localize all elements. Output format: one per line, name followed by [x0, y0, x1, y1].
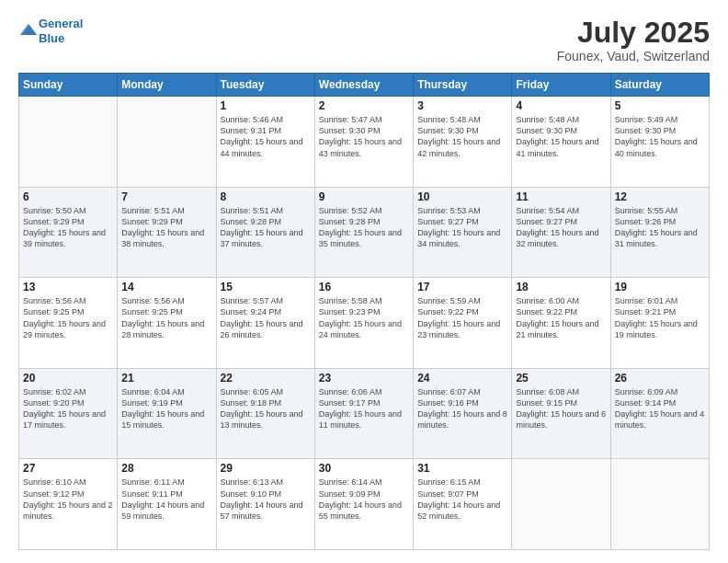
day-number: 22 — [221, 372, 311, 385]
day-info: Sunrise: 5:51 AM Sunset: 9:28 PM Dayligh… — [221, 205, 311, 250]
day-info: Sunrise: 6:06 AM Sunset: 9:17 PM Dayligh… — [319, 386, 409, 431]
day-info: Sunrise: 5:48 AM Sunset: 9:30 PM Dayligh… — [417, 114, 507, 159]
day-number: 4 — [516, 99, 606, 112]
day-number: 20 — [23, 372, 113, 385]
main-title: July 2025 — [557, 17, 710, 49]
day-info: Sunrise: 5:55 AM Sunset: 9:26 PM Dayligh… — [615, 205, 705, 250]
col-thursday: Thursday — [414, 74, 512, 97]
table-row: 6Sunrise: 5:50 AM Sunset: 9:29 PM Daylig… — [19, 187, 118, 278]
subtitle: Founex, Vaud, Switzerland — [557, 49, 710, 63]
table-row: 19Sunrise: 6:01 AM Sunset: 9:21 PM Dayli… — [610, 278, 709, 369]
table-row — [512, 459, 610, 550]
table-row: 26Sunrise: 6:09 AM Sunset: 9:14 PM Dayli… — [610, 368, 709, 459]
day-number: 2 — [319, 99, 409, 112]
logo-icon — [20, 21, 37, 38]
day-info: Sunrise: 5:47 AM Sunset: 9:30 PM Dayligh… — [319, 114, 409, 159]
day-info: Sunrise: 6:00 AM Sunset: 9:22 PM Dayligh… — [516, 295, 606, 340]
header: General Blue July 2025 Founex, Vaud, Swi… — [18, 17, 710, 63]
table-row: 20Sunrise: 6:02 AM Sunset: 9:20 PM Dayli… — [19, 368, 118, 459]
table-row: 13Sunrise: 5:56 AM Sunset: 9:25 PM Dayli… — [19, 278, 118, 369]
col-tuesday: Tuesday — [216, 74, 314, 97]
day-number: 10 — [417, 190, 507, 203]
table-row: 11Sunrise: 5:54 AM Sunset: 9:27 PM Dayli… — [512, 187, 610, 278]
logo-line2: Blue — [39, 31, 64, 45]
calendar-week-row: 27Sunrise: 6:10 AM Sunset: 9:12 PM Dayli… — [19, 459, 710, 550]
logo: General Blue — [18, 17, 83, 45]
day-number: 15 — [221, 281, 311, 293]
calendar-header-row: Sunday Monday Tuesday Wednesday Thursday… — [19, 74, 710, 97]
day-info: Sunrise: 5:50 AM Sunset: 9:29 PM Dayligh… — [23, 205, 113, 250]
table-row: 25Sunrise: 6:08 AM Sunset: 9:15 PM Dayli… — [512, 368, 610, 459]
day-number: 21 — [121, 372, 211, 385]
day-number: 13 — [23, 281, 113, 293]
day-info: Sunrise: 5:51 AM Sunset: 9:29 PM Dayligh… — [121, 205, 211, 250]
day-number: 5 — [615, 99, 705, 112]
day-number: 24 — [417, 372, 507, 385]
day-info: Sunrise: 6:02 AM Sunset: 9:20 PM Dayligh… — [23, 386, 113, 431]
table-row: 17Sunrise: 5:59 AM Sunset: 9:22 PM Dayli… — [414, 278, 512, 369]
col-wednesday: Wednesday — [314, 74, 413, 97]
table-row: 24Sunrise: 6:07 AM Sunset: 9:16 PM Dayli… — [414, 368, 512, 459]
logo-text: General Blue — [39, 17, 83, 45]
table-row: 3Sunrise: 5:48 AM Sunset: 9:30 PM Daylig… — [414, 97, 512, 188]
table-row: 5Sunrise: 5:49 AM Sunset: 9:30 PM Daylig… — [610, 97, 709, 188]
day-number: 8 — [221, 190, 311, 203]
col-sunday: Sunday — [19, 74, 118, 97]
day-number: 14 — [121, 281, 211, 293]
calendar-table: Sunday Monday Tuesday Wednesday Thursday… — [18, 73, 710, 550]
table-row: 21Sunrise: 6:04 AM Sunset: 9:19 PM Dayli… — [118, 368, 216, 459]
table-row: 7Sunrise: 5:51 AM Sunset: 9:29 PM Daylig… — [118, 187, 216, 278]
table-row: 16Sunrise: 5:58 AM Sunset: 9:23 PM Dayli… — [314, 278, 413, 369]
day-number: 7 — [121, 190, 211, 203]
day-number: 3 — [417, 99, 507, 112]
day-number: 25 — [516, 372, 606, 385]
day-number: 1 — [221, 99, 311, 112]
day-number: 9 — [319, 190, 409, 203]
col-friday: Friday — [512, 74, 610, 97]
calendar-week-row: 1Sunrise: 5:46 AM Sunset: 9:31 PM Daylig… — [19, 97, 710, 188]
day-info: Sunrise: 6:11 AM Sunset: 9:11 PM Dayligh… — [121, 477, 211, 522]
day-info: Sunrise: 5:48 AM Sunset: 9:30 PM Dayligh… — [516, 114, 606, 159]
table-row: 30Sunrise: 6:14 AM Sunset: 9:09 PM Dayli… — [314, 459, 413, 550]
day-number: 11 — [516, 190, 606, 203]
table-row: 1Sunrise: 5:46 AM Sunset: 9:31 PM Daylig… — [216, 97, 314, 188]
day-info: Sunrise: 6:09 AM Sunset: 9:14 PM Dayligh… — [615, 386, 705, 431]
day-number: 18 — [516, 281, 606, 293]
day-info: Sunrise: 5:46 AM Sunset: 9:31 PM Dayligh… — [221, 114, 311, 159]
table-row: 18Sunrise: 6:00 AM Sunset: 9:22 PM Dayli… — [512, 278, 610, 369]
day-info: Sunrise: 6:05 AM Sunset: 9:18 PM Dayligh… — [221, 386, 311, 431]
day-info: Sunrise: 6:04 AM Sunset: 9:19 PM Dayligh… — [121, 386, 211, 431]
table-row: 4Sunrise: 5:48 AM Sunset: 9:30 PM Daylig… — [512, 97, 610, 188]
day-number: 26 — [615, 372, 705, 385]
day-number: 27 — [23, 462, 113, 475]
table-row: 28Sunrise: 6:11 AM Sunset: 9:11 PM Dayli… — [118, 459, 216, 550]
col-saturday: Saturday — [610, 74, 709, 97]
day-info: Sunrise: 5:56 AM Sunset: 9:25 PM Dayligh… — [23, 295, 113, 340]
table-row: 31Sunrise: 6:15 AM Sunset: 9:07 PM Dayli… — [414, 459, 512, 550]
table-row: 27Sunrise: 6:10 AM Sunset: 9:12 PM Dayli… — [19, 459, 118, 550]
day-number: 29 — [221, 462, 311, 475]
day-number: 17 — [417, 281, 507, 293]
day-number: 12 — [615, 190, 705, 203]
day-info: Sunrise: 5:58 AM Sunset: 9:23 PM Dayligh… — [319, 295, 409, 340]
table-row — [610, 459, 709, 550]
day-number: 28 — [121, 462, 211, 475]
day-number: 31 — [417, 462, 507, 475]
day-info: Sunrise: 6:10 AM Sunset: 9:12 PM Dayligh… — [23, 477, 113, 522]
calendar-week-row: 20Sunrise: 6:02 AM Sunset: 9:20 PM Dayli… — [19, 368, 710, 459]
day-number: 30 — [319, 462, 409, 475]
day-info: Sunrise: 6:14 AM Sunset: 9:09 PM Dayligh… — [319, 477, 409, 522]
day-info: Sunrise: 5:56 AM Sunset: 9:25 PM Dayligh… — [121, 295, 211, 340]
calendar-week-row: 13Sunrise: 5:56 AM Sunset: 9:25 PM Dayli… — [19, 278, 710, 369]
table-row: 2Sunrise: 5:47 AM Sunset: 9:30 PM Daylig… — [314, 97, 413, 188]
table-row: 12Sunrise: 5:55 AM Sunset: 9:26 PM Dayli… — [610, 187, 709, 278]
day-info: Sunrise: 5:54 AM Sunset: 9:27 PM Dayligh… — [516, 205, 606, 250]
page: General Blue July 2025 Founex, Vaud, Swi… — [0, 0, 728, 563]
day-info: Sunrise: 6:07 AM Sunset: 9:16 PM Dayligh… — [417, 386, 507, 431]
day-info: Sunrise: 6:13 AM Sunset: 9:10 PM Dayligh… — [221, 477, 311, 522]
day-info: Sunrise: 5:49 AM Sunset: 9:30 PM Dayligh… — [615, 114, 705, 159]
table-row: 23Sunrise: 6:06 AM Sunset: 9:17 PM Dayli… — [314, 368, 413, 459]
table-row: 29Sunrise: 6:13 AM Sunset: 9:10 PM Dayli… — [216, 459, 314, 550]
calendar-week-row: 6Sunrise: 5:50 AM Sunset: 9:29 PM Daylig… — [19, 187, 710, 278]
table-row: 15Sunrise: 5:57 AM Sunset: 9:24 PM Dayli… — [216, 278, 314, 369]
